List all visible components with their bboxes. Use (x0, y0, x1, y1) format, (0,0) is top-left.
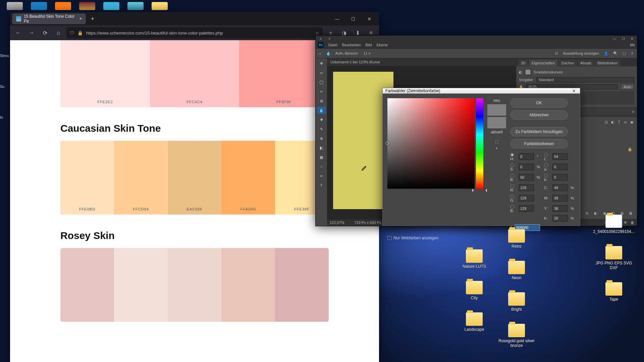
m-input[interactable] (552, 195, 568, 201)
color-swatch[interactable] (168, 248, 221, 322)
desktop-folder[interactable]: Rosegold gold silver bronze (496, 324, 537, 348)
crop-tool-icon[interactable]: ✂ (317, 88, 326, 95)
c-input[interactable] (552, 184, 568, 191)
opt-size[interactable]: 11 x (363, 51, 370, 55)
color-field[interactable] (387, 98, 475, 189)
marquee-tool-icon[interactable]: ▭ (317, 69, 326, 76)
share-icon[interactable]: ⇪ (631, 51, 634, 56)
desktop-folder[interactable]: Bright (496, 292, 537, 312)
tab-absatz[interactable]: Absatz (578, 60, 594, 66)
tab-eigenschaften[interactable]: Eigenschaften (529, 60, 558, 66)
s-input[interactable] (519, 164, 534, 170)
desktop-folder[interactable]: City (454, 281, 494, 300)
minimize-button[interactable]: — (611, 37, 618, 41)
eraser-tool-icon[interactable]: ◧ (317, 144, 326, 152)
minimize-button[interactable]: — (329, 13, 345, 24)
back-button[interactable]: ← (13, 27, 23, 38)
filter-icon[interactable]: ⊡ (605, 120, 608, 124)
recycle-bin-icon[interactable] (7, 2, 23, 10)
close-tab-icon[interactable]: × (79, 16, 82, 21)
desktop-folder[interactable]: JPG PNG EPS SVG DXF (594, 246, 634, 270)
color-swatch[interactable]: EAC086 (168, 141, 221, 215)
b2-input[interactable] (519, 205, 534, 212)
menu-bearbeiten[interactable]: Bearbeiten (342, 43, 361, 47)
brush-tool-icon[interactable]: ✎ (317, 125, 326, 133)
desktop-folder[interactable]: Neon (496, 261, 537, 280)
menu-ebene[interactable]: Ebene (377, 43, 388, 47)
close-icon[interactable]: × (326, 37, 333, 41)
y-input[interactable] (552, 205, 568, 212)
forward-button[interactable]: → (26, 27, 37, 38)
type-tool-icon[interactable]: T (317, 182, 326, 189)
home-icon[interactable]: ⌂ (319, 51, 321, 55)
desktop-folder[interactable]: Retro (496, 229, 537, 249)
color-swatch[interactable] (114, 248, 168, 322)
maximize-button[interactable]: ☐ (620, 37, 627, 41)
reload-button[interactable]: ⟳ (40, 27, 50, 38)
desktop-folder[interactable]: 2_540010562299154... (594, 215, 634, 234)
ps-document-tab[interactable]: Unbenannt-1 bei 123% (Kurve (327, 58, 516, 66)
close-icon[interactable]: × (571, 88, 577, 94)
fx-icon[interactable]: fx (584, 211, 590, 216)
desktop-folder[interactable]: Landscape (454, 312, 494, 332)
tab-bibliotheken[interactable]: Bibliotheken (595, 60, 621, 66)
filter-icon[interactable]: ◉ (630, 120, 634, 124)
color-swatch[interactable]: FFE2E2 (60, 40, 150, 107)
menu-datei[interactable]: Datei (328, 43, 337, 47)
menu-hilfe[interactable]: ilfe (630, 43, 635, 47)
checkbox-icon[interactable]: ☑ (555, 51, 558, 56)
browser-tab[interactable]: 15 Beautiful Skin Tone Color Pa × (12, 13, 86, 24)
b-input[interactable] (519, 174, 534, 181)
ok-button[interactable]: OK (510, 98, 568, 108)
search-icon[interactable]: 🔍 (613, 51, 618, 56)
current-color-swatch[interactable] (487, 117, 506, 128)
color-swatch[interactable]: FFC4C4 (150, 40, 239, 107)
l-input[interactable] (552, 153, 568, 160)
new-tab-button[interactable]: + (88, 14, 97, 23)
panel-menu-icon[interactable]: ≡ (632, 110, 634, 114)
filter-icon[interactable]: T (618, 120, 620, 124)
lock-icon[interactable]: 🔒 (628, 147, 632, 151)
filter-icon[interactable]: ◐ (611, 120, 614, 124)
mask-thumb-icon[interactable] (525, 69, 531, 75)
tab-zeichen[interactable]: Zeichen (558, 60, 577, 66)
desktop-folder[interactable]: Nature LUTS (454, 249, 494, 269)
close-button[interactable]: ✕ (362, 13, 377, 24)
app-icon-2[interactable] (103, 2, 119, 10)
frame-tool-icon[interactable]: ⊞ (317, 97, 326, 105)
color-swatch[interactable]: FFCD94 (114, 141, 168, 215)
menu-bild[interactable]: Bild (365, 43, 372, 47)
auto-button[interactable]: Auto (621, 84, 634, 90)
hue-slider[interactable] (476, 98, 483, 189)
color-swatch[interactable] (60, 248, 114, 322)
webonly-checkbox[interactable] (387, 236, 391, 240)
r-input[interactable] (519, 184, 534, 191)
lasso-tool-icon[interactable]: ◯ (317, 78, 326, 86)
add-swatch-button[interactable]: Zu Farbfeldern hinzufügen (510, 127, 568, 136)
app-icon-3[interactable] (127, 2, 144, 10)
color-swatch[interactable] (275, 248, 329, 322)
clone-tool-icon[interactable]: ⊕ (317, 135, 326, 142)
url-bar[interactable]: 🛡 🔒 https://www.schemecolor.com/15-beaut… (66, 27, 323, 39)
g-input[interactable] (519, 195, 534, 201)
color-swatch[interactable]: FFE0BD (60, 141, 114, 215)
eyedropper-tool-icon[interactable]: 💧 (317, 107, 326, 114)
frame-icon[interactable]: ▢ (623, 51, 626, 56)
app-icon[interactable] (31, 2, 47, 10)
chevrons-icon[interactable]: « (317, 37, 324, 41)
bb-input[interactable] (552, 174, 568, 181)
color-swatch[interactable]: FFAD60 (221, 141, 275, 215)
gamut-icon[interactable]: ▪ (496, 146, 497, 150)
bookmark-star-icon[interactable]: ☆ (315, 31, 319, 36)
zoom-level[interactable]: 122,57% (330, 221, 344, 225)
color-libraries-button[interactable]: Farbbibliotheken (510, 139, 568, 148)
k-input[interactable] (552, 215, 568, 222)
cancel-button[interactable]: Abbrechen (510, 110, 568, 120)
color-swatch[interactable] (221, 248, 275, 322)
maximize-button[interactable]: ☐ (345, 13, 361, 24)
winrar-icon[interactable] (79, 2, 95, 10)
folder-icon[interactable] (152, 2, 168, 10)
cube-icon[interactable]: ⬚ (495, 139, 499, 144)
a-input[interactable] (552, 164, 568, 170)
gradient-tool-icon[interactable]: ▦ (317, 154, 326, 161)
